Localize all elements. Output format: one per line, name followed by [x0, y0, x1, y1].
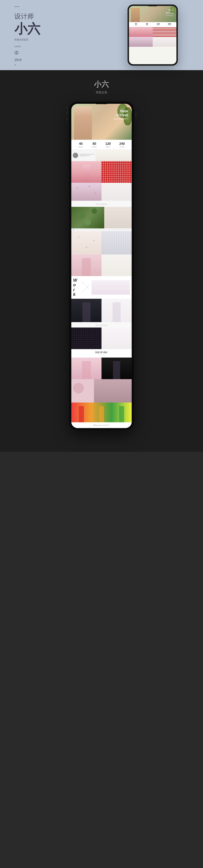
phone-mockup-large: New Arrival 现在知道你要换装了 40 精选款式 80 优质面料 — [69, 102, 134, 430]
hero-text-block: New Arrival 现在知道你要换装了 — [113, 109, 128, 120]
dot-pattern — [71, 328, 102, 349]
mini-stat-num-4: 240 — [168, 23, 171, 25]
pink-tee-content — [71, 358, 102, 379]
model-dark — [113, 361, 120, 379]
mini-product-dress — [129, 27, 153, 37]
brand-name-phone: SEIFINI — [73, 351, 130, 354]
hero-model-figure — [74, 106, 92, 140]
designer-id: xiaoliu — [14, 45, 40, 48]
phone-notch — [147, 4, 158, 6]
work-model-img — [92, 280, 130, 294]
phone-wrapper-large: New Arrival 现在知道你要换装了 40 精选款式 80 优质面料 — [67, 98, 136, 434]
stat-label-1: 精选款式 — [78, 146, 83, 148]
stat-item-2: 80 优质面料 — [92, 142, 97, 148]
decor-circle — [73, 383, 84, 394]
mini-foliage — [170, 6, 175, 13]
mini-stat-num-2: 80 — [145, 23, 148, 25]
mini-product-fabric — [153, 27, 176, 37]
garden-section — [71, 207, 132, 228]
striped-model-img — [102, 231, 132, 254]
mini-stats-bar: 40 精选款式 80 优质面料 120 满意客户 240 设计案例 — [129, 22, 176, 27]
white-dress-img — [102, 183, 132, 201]
floral-model-section — [71, 231, 132, 254]
mini-product-row-2 — [129, 37, 176, 47]
cross-lines — [80, 282, 92, 293]
product-item-right — [96, 150, 132, 161]
title-block: 小六 简易女装 — [94, 70, 109, 98]
phone-screen-small: New Arrival 现在知道你要换装了 40 精选款式 80 优质面料 — [129, 6, 176, 64]
mini-hero-banner: New Arrival 现在知道你要换装了 — [129, 6, 176, 22]
stat-number-2: 80 — [92, 142, 97, 146]
model-green — [119, 406, 124, 422]
brand-section-phone: SEIFINI — [71, 349, 132, 358]
designer-label: 设计师 — [14, 12, 40, 21]
stat-number-1: 40 — [78, 142, 83, 146]
nav-bullet — [73, 229, 74, 230]
nav-indicator — [71, 228, 132, 231]
grid-pattern — [104, 207, 132, 228]
model-pink — [82, 361, 91, 379]
label-text-2: 简易女装·夏日清凉 — [96, 324, 108, 326]
work-text-phone: W o r k — [73, 278, 77, 297]
mini-stat-lbl-1: 精选款式 — [135, 25, 137, 26]
spotted-section — [71, 328, 132, 349]
hero-banner: New Arrival 现在知道你要换装了 — [71, 104, 132, 140]
product-line-1 — [79, 154, 94, 155]
phone-section-label-1: 简易女装·夏季新品 — [71, 201, 132, 207]
product-line-3 — [79, 156, 87, 157]
mini-product-white — [153, 37, 176, 47]
sport-figure — [82, 258, 91, 276]
phone-section-label-2: 简易女装·夏日清凉 — [71, 322, 132, 328]
mini-stat-lbl-4: 设计案例 — [168, 25, 171, 26]
black-dress-section — [71, 299, 132, 322]
dress-pink-img — [71, 161, 102, 183]
phone-notch-large — [94, 102, 109, 104]
product-icon — [73, 153, 78, 158]
stat-number-3: 120 — [105, 142, 111, 146]
phone-vol-up-btn — [67, 111, 67, 115]
white-strap-img — [102, 328, 132, 349]
mini-product-row-1 — [129, 27, 176, 37]
floral-pattern — [71, 183, 102, 201]
nav-line — [75, 230, 130, 230]
cube-icon — [14, 51, 40, 56]
summer-tops-section — [71, 403, 132, 422]
light-model — [113, 302, 121, 322]
model-silhouette-1 — [83, 165, 90, 183]
stat-item-3: 120 满意客户 — [105, 142, 111, 148]
main-title: 小六 — [94, 79, 109, 89]
model-red — [79, 406, 84, 422]
pink-tee-img — [71, 358, 102, 379]
product-line-2 — [79, 155, 90, 156]
mini-stat-num-1: 40 — [135, 23, 137, 25]
main-subtitle: 简易女装 — [94, 91, 109, 94]
phone-screen-large: New Arrival 现在知道你要换装了 40 精选款式 80 优质面料 — [71, 104, 132, 428]
stat-label-2: 优质面料 — [92, 146, 97, 148]
hero-arrival-text: Arrival — [113, 113, 128, 117]
mini-stat-3: 120 满意客户 — [157, 23, 160, 26]
sporty-section-2 — [71, 358, 132, 379]
casual-dress-img — [102, 254, 132, 276]
floral-detail — [71, 231, 102, 254]
product-row-2 — [71, 183, 132, 201]
plus-label: + — [14, 63, 40, 66]
stat-label-4: 设计案例 — [119, 146, 125, 148]
mini-product-floral — [129, 37, 153, 47]
product-img-right — [96, 150, 132, 161]
light-top-img — [102, 299, 132, 322]
mini-stat-4: 240 设计案例 — [168, 23, 171, 26]
mini-stat-2: 80 优质面料 — [145, 23, 148, 26]
designer-info: — 设计师 小六 简易女装首页 xiaoliu 2019 + — [14, 4, 40, 66]
sport-top-img — [71, 254, 102, 276]
product-info — [79, 154, 94, 157]
line-2 — [81, 284, 90, 292]
pink-decor-img — [71, 379, 94, 403]
stat-number-4: 240 — [119, 142, 125, 146]
hero-subtitle-text: 现在知道你要换装了 — [113, 118, 128, 120]
mini-figure — [131, 8, 140, 22]
top-section: — 设计师 小六 简易女装首页 xiaoliu 2019 + New Arriv… — [0, 0, 203, 70]
colorful-tops-img — [71, 403, 132, 422]
dash-decoration: — — [14, 4, 40, 9]
wanna-feel-section: Wanna Feel — [71, 422, 132, 428]
black-model-img — [102, 358, 132, 379]
